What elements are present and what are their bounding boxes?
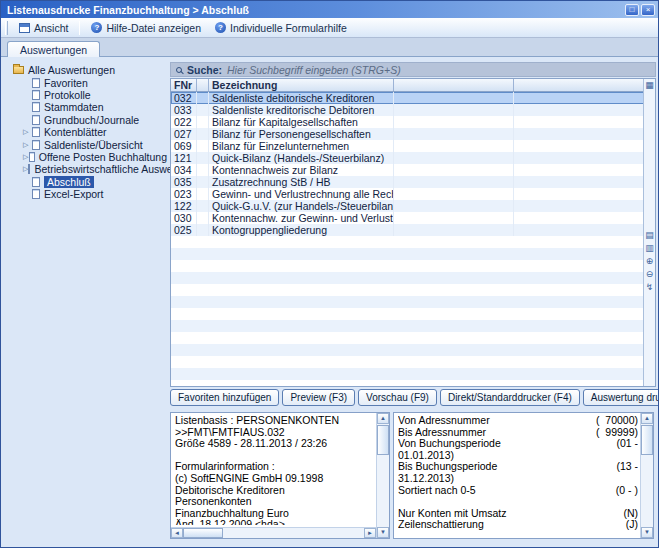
view-icon bbox=[19, 23, 30, 33]
horizontal-scrollbar[interactable]: ◄ ► bbox=[171, 527, 376, 538]
cell-bezeichnung: Quick-Bilanz (Handels-/Steuerbilanz) bbox=[209, 152, 394, 164]
tree-children: Favoriten Protokolle Stammdaten Grundbuc… bbox=[13, 76, 167, 200]
column-header-fnr[interactable]: FNr bbox=[171, 79, 197, 91]
tree-item-label: Kontenblätter bbox=[44, 126, 106, 138]
cell-fnr: 121 bbox=[171, 152, 197, 164]
cell-empty bbox=[514, 92, 644, 104]
parameter-line: Von Adressnummer( 70000) bbox=[398, 415, 638, 427]
cell-icon bbox=[197, 116, 209, 128]
scroll-up-button[interactable]: ▲ bbox=[641, 413, 653, 424]
parameter-label: 31.12.2013) bbox=[398, 473, 454, 485]
parameter-label: Von Adressnummer bbox=[398, 415, 490, 427]
cell-fnr: 025 bbox=[171, 224, 197, 236]
tree-item-stammdaten[interactable]: Stammdaten bbox=[23, 101, 167, 113]
search-icon bbox=[176, 67, 182, 73]
column-header-empty2[interactable] bbox=[514, 79, 644, 91]
tree-item-label: Abschluß bbox=[44, 176, 94, 188]
ansicht-button-label: Ansicht bbox=[34, 22, 68, 34]
parameter-line bbox=[398, 496, 638, 508]
table-row-023[interactable]: 023 Gewinn- und Verlustrechnung alle Rec… bbox=[171, 188, 644, 200]
zoom-out-icon[interactable]: ⊖ bbox=[644, 268, 655, 281]
column-header-empty1[interactable] bbox=[394, 79, 514, 91]
cell-empty bbox=[394, 104, 514, 116]
parameter-value: ( 70000) bbox=[596, 415, 638, 427]
cell-icon bbox=[197, 104, 209, 116]
tree-item-alle-auswertungen[interactable]: Alle Auswertungen bbox=[13, 64, 167, 76]
scroll-up-button[interactable]: ▲ bbox=[377, 413, 389, 424]
tree-item-offene-posten-buchhaltung[interactable]: ▷Offene Posten Buchhaltung bbox=[23, 151, 167, 163]
tree-item-label: Grundbuch/Journale bbox=[44, 114, 139, 126]
scrollbar-thumb[interactable] bbox=[183, 528, 223, 538]
maximize-button[interactable]: □ bbox=[625, 4, 639, 16]
tree-item-excel-export[interactable]: Excel-Export bbox=[23, 188, 167, 200]
scroll-down-button[interactable]: ▼ bbox=[377, 527, 389, 538]
scroll-down-button[interactable]: ▼ bbox=[641, 527, 653, 538]
column-header-icon[interactable] bbox=[197, 79, 209, 91]
cell-bezeichnung: Kontennachweis zur Bilanz bbox=[209, 164, 394, 176]
cell-icon bbox=[197, 164, 209, 176]
cell-empty bbox=[394, 212, 514, 224]
expand-icon bbox=[23, 114, 32, 126]
expand-icon[interactable]: ▷ bbox=[23, 126, 32, 138]
folder-icon bbox=[13, 66, 24, 74]
scroll-right-button[interactable]: ► bbox=[364, 528, 376, 538]
tab-strip: Auswertungen bbox=[1, 38, 658, 57]
preview-f3-button[interactable]: Preview (F3) bbox=[282, 389, 355, 406]
print-report-button[interactable]: Auswertung drucken bbox=[583, 389, 659, 406]
vorschau-f9-button[interactable]: Vorschau (F9) bbox=[358, 389, 437, 406]
table-row-035[interactable]: 035 Zusatzrechnung StB / HB bbox=[171, 176, 644, 188]
individual-form-help-button[interactable]: ? Individuelle Formularhilfe bbox=[208, 20, 354, 36]
zoom-in-icon[interactable]: ⊕ bbox=[644, 255, 655, 268]
tree-item-abschluss[interactable]: Abschluß bbox=[23, 176, 167, 188]
cell-fnr: 030 bbox=[171, 212, 197, 224]
cell-bezeichnung: Kontennachw. zur Gewinn- und Verlustrech… bbox=[209, 212, 394, 224]
help-file-button[interactable]: ? Hilfe-Datei anzeigen bbox=[84, 20, 208, 36]
details-icon[interactable]: ▥ bbox=[644, 242, 655, 255]
search-bar[interactable]: Suche: Hier Suchbegriff eingeben (STRG+S… bbox=[170, 62, 656, 77]
table-row-033[interactable]: 033 Saldenliste kreditorische Debitoren bbox=[171, 104, 644, 116]
cell-bezeichnung: Quick-G.u.V. (zur Handels-/Steuerbilanz) bbox=[209, 200, 394, 212]
cell-bezeichnung: Bilanz für Einzelunternehmen bbox=[209, 140, 394, 152]
table-row-069[interactable]: 069 Bilanz für Einzelunternehmen bbox=[171, 140, 644, 152]
scrollbar-thumb[interactable] bbox=[641, 425, 653, 455]
cell-icon bbox=[197, 140, 209, 152]
flash-icon[interactable]: ↯ bbox=[644, 281, 655, 294]
vertical-scrollbar[interactable]: ▲ ▼ bbox=[640, 413, 653, 538]
report-list: FNr Bezeichnung 032 Saldenliste debitori… bbox=[170, 78, 656, 387]
close-button[interactable]: × bbox=[641, 4, 655, 16]
table-row-034[interactable]: 034 Kontennachweis zur Bilanz bbox=[171, 164, 644, 176]
empty-rows-stripes bbox=[171, 236, 644, 386]
tree-item-saldenliste-ubersicht[interactable]: ▷Saldenliste/Übersicht bbox=[23, 138, 167, 150]
column-header-bezeichnung[interactable]: Bezeichnung bbox=[209, 79, 394, 91]
parameter-line: Zeilenschattierung(J) bbox=[398, 519, 638, 531]
parameter-label: Sortiert nach 0-5 bbox=[398, 485, 476, 497]
vertical-scrollbar[interactable]: ▲ ▼ bbox=[376, 413, 389, 538]
expand-icon[interactable]: ▷ bbox=[23, 139, 32, 151]
list-icon[interactable]: ▤ bbox=[644, 229, 655, 242]
cell-empty bbox=[394, 224, 514, 236]
document-icon bbox=[32, 127, 40, 137]
cell-bezeichnung: Bilanz für Personengesellschaften bbox=[209, 128, 394, 140]
ansicht-button[interactable]: Ansicht bbox=[12, 20, 75, 36]
action-button-row: Favoriten hinzufügenPreview (F3)Vorschau… bbox=[170, 389, 656, 406]
tree-item-kontenblatter[interactable]: ▷Kontenblätter bbox=[23, 126, 167, 138]
tree-item-protokolle[interactable]: Protokolle bbox=[23, 89, 167, 101]
table-row-032[interactable]: 032 Saldenliste debitorische Kreditoren bbox=[171, 92, 644, 104]
table-row-030[interactable]: 030 Kontennachw. zur Gewinn- und Verlust… bbox=[171, 212, 644, 224]
table-row-027[interactable]: 027 Bilanz für Personengesellschaften bbox=[171, 128, 644, 140]
table-row-121[interactable]: 121 Quick-Bilanz (Handels-/Steuerbilanz) bbox=[171, 152, 644, 164]
cell-fnr: 033 bbox=[171, 104, 197, 116]
tree-item-grundbuch-journale[interactable]: Grundbuch/Journale bbox=[23, 114, 167, 126]
table-row-022[interactable]: 022 Bilanz für Kapitalgesellschaften bbox=[171, 116, 644, 128]
parameter-value bbox=[635, 473, 638, 485]
scrollbar-thumb[interactable] bbox=[377, 425, 389, 455]
table-row-122[interactable]: 122 Quick-G.u.V. (zur Handels-/Steuerbil… bbox=[171, 200, 644, 212]
table-row-025[interactable]: 025 Kontogruppengliederung bbox=[171, 224, 644, 236]
scroll-left-button[interactable]: ◄ bbox=[171, 528, 183, 538]
direct-printer-f4-button[interactable]: Direkt/Standarddrucker (F4) bbox=[440, 389, 580, 406]
cell-empty bbox=[394, 176, 514, 188]
tree-item-favoriten[interactable]: Favoriten bbox=[23, 76, 167, 88]
grid-icon[interactable]: ▦ bbox=[644, 79, 655, 92]
add-favorites-button[interactable]: Favoriten hinzufügen bbox=[170, 389, 279, 406]
tree-item-betriebswirtschaftliche-auswertungen[interactable]: ▷Betriebswirtschaftliche Auswertungen bbox=[23, 163, 167, 175]
